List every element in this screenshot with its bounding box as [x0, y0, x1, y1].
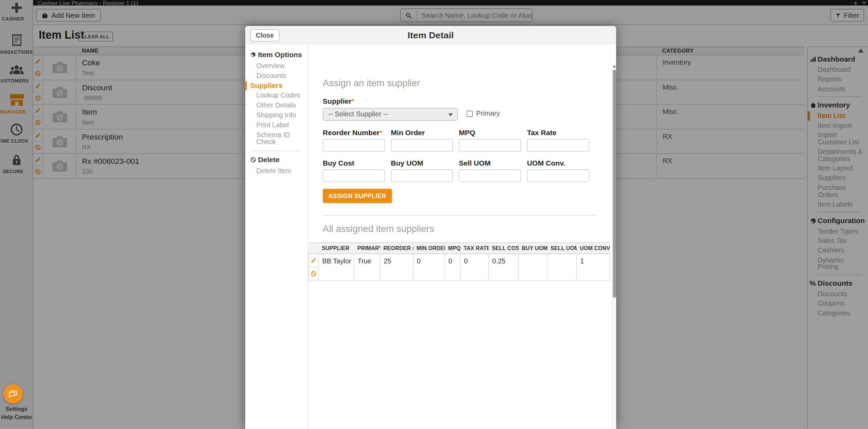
- min-order-input[interactable]: [391, 139, 453, 152]
- tax-rate-input[interactable]: [527, 139, 589, 152]
- assign-supplier-button[interactable]: ASSIGN SUPPLIER: [323, 189, 392, 203]
- close-button[interactable]: Close: [250, 29, 279, 42]
- assigned-suppliers-table: SUPPLIER PRIMARY REORDER # MIN ORDER MPQ…: [308, 243, 610, 281]
- section-divider: [323, 215, 597, 216]
- cell-sell-uom: [547, 254, 576, 281]
- modal-nav-section-item-options: Item Options: [245, 51, 308, 59]
- field-sell-uom: Sell UOM: [459, 159, 521, 182]
- assigned-table-header: SUPPLIER PRIMARY REORDER # MIN ORDER MPQ…: [309, 243, 610, 254]
- gear-icon: [250, 51, 256, 57]
- supplier-select[interactable]: -- Select Supplier --: [323, 108, 458, 121]
- uom-conv-input[interactable]: [527, 169, 589, 182]
- primary-checkbox[interactable]: [467, 110, 473, 117]
- modal-nav-discounts[interactable]: Discounts: [245, 73, 308, 80]
- supplier-panel: Assign an item supplier Supplier* -- Sel…: [308, 45, 612, 429]
- remove-supplier-icon[interactable]: [309, 267, 319, 280]
- modal-nav-delete-item[interactable]: Delete Item: [245, 168, 308, 175]
- field-mpq: MPQ: [459, 128, 521, 152]
- modal-nav-divider: [250, 151, 300, 151]
- chat-icon: [8, 389, 18, 399]
- buy-cost-input[interactable]: [323, 169, 385, 182]
- cell-reorder: 25: [380, 254, 413, 281]
- modal-nav-overview[interactable]: Overview: [245, 63, 308, 70]
- field-buy-uom: Buy UOM: [391, 159, 453, 182]
- help-chat-button[interactable]: [3, 384, 23, 404]
- cell-tax-rate: 0: [460, 254, 489, 281]
- modal-nav-suppliers[interactable]: Suppliers: [245, 82, 308, 89]
- field-tax-rate: Tax Rate: [527, 128, 589, 152]
- modal-nav: Item Options Overview Discounts Supplier…: [245, 45, 308, 429]
- field-min-order: Min Order: [391, 128, 453, 152]
- buy-uom-input[interactable]: [391, 169, 453, 182]
- reorder-number-input[interactable]: [323, 139, 385, 152]
- cell-sell-cost: 0.25: [489, 254, 518, 281]
- cell-supplier: BB Taylor: [319, 254, 354, 281]
- item-detail-modal: Item Detail Close Item Options Overview …: [245, 26, 616, 429]
- select-caret-icon: [449, 114, 453, 116]
- primary-label: Primary: [476, 109, 500, 117]
- modal-body: Item Options Overview Discounts Supplier…: [245, 45, 616, 429]
- field-uom-conv: UOM Conv.: [527, 159, 589, 182]
- field-reorder-number: Reorder Number*: [323, 128, 385, 152]
- mpq-input[interactable]: [459, 139, 521, 152]
- cell-primary: True: [354, 254, 380, 281]
- modal-header: Item Detail Close: [245, 26, 616, 44]
- modal-nav-print-label[interactable]: Print Label: [245, 122, 308, 129]
- sell-uom-input[interactable]: [459, 169, 521, 182]
- required-mark: *: [351, 97, 354, 105]
- modal-nav-other-details[interactable]: Other Details: [245, 102, 308, 109]
- modal-scrollbar[interactable]: [612, 64, 616, 429]
- ban-icon: [250, 157, 256, 163]
- field-buy-cost: Buy Cost: [323, 159, 385, 182]
- primary-checkbox-group: Primary: [467, 109, 500, 117]
- modal-scroll-up-icon[interactable]: [613, 65, 616, 67]
- cell-buy-uom: [518, 254, 547, 281]
- assign-supplier-heading: Assign an item supplier: [323, 78, 597, 89]
- cell-mpq: 0: [445, 254, 460, 281]
- cell-min-order: 0: [413, 254, 445, 281]
- modal-scrollbar-thumb[interactable]: [613, 70, 616, 298]
- supplier-label: Supplier*: [323, 97, 354, 105]
- assigned-supplier-row: BB Taylor True 25 0 0 0 0.25 1: [309, 254, 610, 281]
- modal-nav-section-delete: Delete: [245, 156, 308, 164]
- modal-nav-schema-id-check[interactable]: Schema ID Check: [245, 131, 308, 145]
- required-mark: *: [379, 128, 382, 136]
- modal-title: Item Detail: [245, 26, 616, 44]
- assigned-suppliers-heading: All assigned item suppliers: [323, 224, 597, 235]
- edit-supplier-icon[interactable]: [309, 254, 319, 268]
- app-window: Cashier Live Pharmacy - Register 1 (1) A…: [0, 0, 868, 429]
- cell-uom-conv: 1: [576, 254, 610, 281]
- modal-nav-lookup-codes[interactable]: Lookup Codes: [245, 92, 308, 99]
- modal-nav-shipping-info[interactable]: Shipping Info: [245, 112, 308, 119]
